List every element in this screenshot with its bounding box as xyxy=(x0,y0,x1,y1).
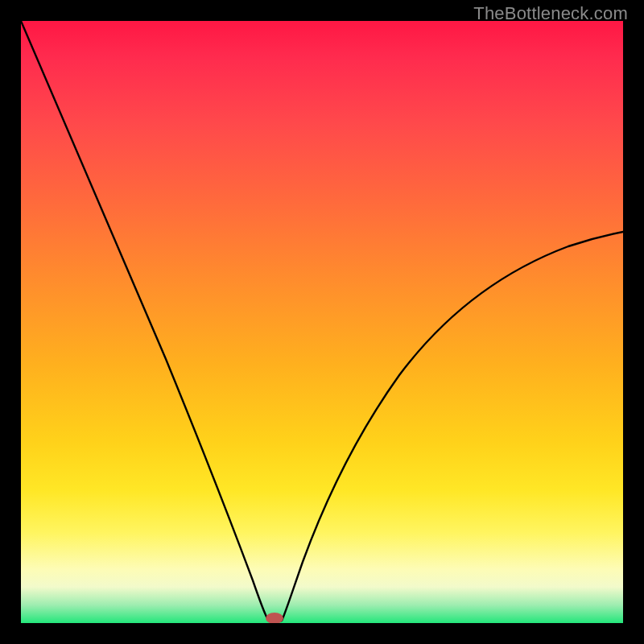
minimum-marker xyxy=(266,613,283,623)
curve-svg xyxy=(21,21,623,623)
plot-area xyxy=(21,21,623,623)
watermark-text: TheBottleneck.com xyxy=(473,3,628,24)
chart-frame: TheBottleneck.com xyxy=(0,0,644,644)
bottleneck-curve xyxy=(21,21,623,621)
